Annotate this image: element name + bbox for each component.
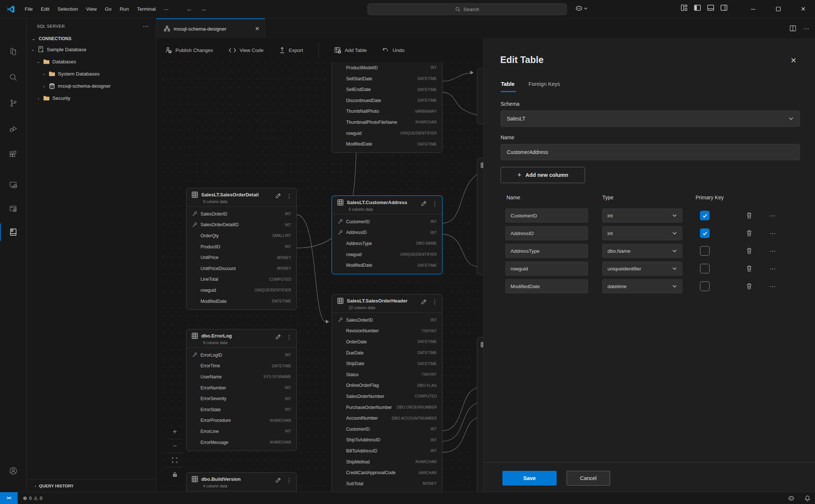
column-row[interactable]: DueDateDATETIME (332, 347, 442, 358)
column-type-dropdown[interactable]: dbo.Name (602, 244, 682, 258)
schema-designer-canvas[interactable]: WeightDECIMALProductCategoryIDINTProduct… (156, 38, 483, 492)
table-more-menu-icon[interactable]: ⋮ (286, 334, 292, 340)
edit-table-pencil-icon[interactable] (421, 200, 427, 206)
column-more-options-icon[interactable]: ⋯ (770, 230, 776, 237)
panel-close-icon[interactable]: ✕ (790, 56, 797, 65)
problems-status[interactable]: ⊗ 0 ⚠ 0 (23, 495, 42, 501)
remote-indicator[interactable]: >< (0, 492, 18, 504)
menu-file[interactable]: File (21, 4, 37, 14)
copilot-status-icon[interactable] (788, 495, 795, 502)
edit-table-pencil-icon[interactable] (275, 477, 281, 483)
column-row[interactable]: SalesOrderDetailIDINT (187, 220, 296, 231)
sidebar-item-databases[interactable]: ⌄Databases (27, 56, 156, 68)
primary-key-checkbox[interactable] (700, 211, 710, 220)
cancel-button[interactable]: Cancel (567, 471, 610, 486)
column-row[interactable]: SellStartDateDATETIME (332, 73, 442, 84)
column-row[interactable]: OnlineOrderFlagDBO.FLAG (332, 380, 442, 391)
column-row[interactable]: AddressTypeDBO.NAME (332, 238, 442, 249)
column-type-dropdown[interactable]: int (602, 226, 682, 240)
table-card-error_log[interactable]: dbo.ErrorLog9 column data⋮ErrorLogIDINTE… (186, 329, 297, 451)
column-name-input[interactable]: AddressID (505, 226, 588, 240)
toggle-secondary-sidebar-icon[interactable] (720, 4, 728, 12)
column-type-dropdown[interactable]: datetime (602, 279, 682, 293)
delete-column-icon[interactable] (746, 230, 752, 237)
column-row[interactable]: AddressIDINT (332, 227, 442, 238)
save-button[interactable]: Save (502, 471, 557, 486)
column-row[interactable]: ShipDateDATETIME (332, 358, 442, 369)
column-row[interactable]: StatusTINYINT (332, 369, 442, 380)
column-more-options-icon[interactable]: ⋯ (770, 265, 776, 272)
column-name-input[interactable]: ModifiedDate (505, 279, 588, 293)
table-card-sales_order_header[interactable]: SalesLT.SalesOrderHeader22 column data⋮S… (332, 294, 442, 492)
run-debug-icon[interactable] (0, 117, 27, 141)
column-row[interactable]: SalesOrderIDINT (332, 315, 442, 326)
add-new-column-button[interactable]: + Add new column (501, 167, 585, 183)
menu-terminal[interactable]: Terminal (133, 4, 160, 14)
edit-table-pencil-icon[interactable] (421, 299, 427, 305)
column-row[interactable]: CustomerIDINT (332, 216, 442, 227)
tab-table[interactable]: Table (501, 81, 515, 87)
column-row[interactable]: rowguidUNIQUEIDENTIFIER (187, 285, 296, 296)
column-row[interactable]: ErrorMessageNVARCHAR (187, 437, 296, 448)
delete-column-icon[interactable] (746, 283, 752, 290)
column-row[interactable]: SellEndDateDATETIME (332, 84, 442, 95)
menu-selection[interactable]: Selection (53, 4, 82, 14)
menu-overflow-icon[interactable]: ⋯ (160, 4, 173, 14)
column-row[interactable]: ProductIDINT (187, 241, 296, 252)
tab-mssql-schema-designer[interactable]: mssql-schema-designer ✕ (156, 18, 265, 38)
primary-key-checkbox[interactable] (700, 264, 710, 273)
source-control-icon[interactable] (0, 91, 27, 115)
add-table-button[interactable]: Add Table (334, 47, 367, 54)
column-row[interactable]: PurchaseOrderNumberDBO.ORDERNUMBER (332, 402, 442, 413)
column-row[interactable]: DiscontinuedDateDATETIME (332, 95, 442, 106)
zoom-out-button[interactable]: − (166, 439, 183, 453)
column-type-dropdown[interactable]: uniqueidentifier (602, 262, 682, 276)
schema-dropdown[interactable]: SalesLT (501, 111, 800, 127)
database-projects-icon[interactable] (0, 197, 27, 221)
export-button[interactable]: Export (279, 47, 303, 54)
view-code-button[interactable]: View Code (229, 47, 264, 53)
window-close-button[interactable]: ✕ (793, 0, 814, 18)
menu-edit[interactable]: Edit (37, 4, 53, 14)
primary-key-checkbox[interactable] (700, 228, 710, 238)
column-row[interactable]: SalesOrderNumberCOMPUTED (332, 391, 442, 402)
column-row[interactable]: ErrorTimeDATETIME (187, 361, 296, 372)
column-more-options-icon[interactable]: ⋯ (770, 248, 776, 255)
column-row[interactable]: ErrorSeverityINT (187, 393, 296, 404)
column-row[interactable]: SalesOrderIDINT (187, 209, 296, 220)
fit-view-button[interactable] (166, 453, 183, 467)
extensions-icon[interactable] (0, 143, 27, 167)
edit-table-pencil-icon[interactable] (275, 334, 281, 340)
column-row[interactable]: ErrorProcedureNVARCHAR (187, 415, 296, 426)
column-row[interactable]: ThumbnailPhotoFileNameNVARCHAR (332, 117, 442, 128)
delete-column-icon[interactable] (746, 248, 752, 254)
column-row[interactable]: CreditCardApprovalCodeVARCHAR (332, 467, 442, 478)
connections-section-header[interactable]: ⌄ CONNECTIONS (27, 34, 156, 43)
column-more-options-icon[interactable]: ⋯ (770, 283, 776, 290)
table-more-menu-icon[interactable]: ⋮ (286, 193, 292, 199)
column-row[interactable]: ShipMethodNVARCHAR (332, 456, 442, 468)
toggle-primary-sidebar-icon[interactable] (693, 4, 701, 12)
split-editor-icon[interactable] (789, 25, 797, 32)
column-row[interactable]: AccountNumberDBO.ACCOUNTNUMBER (332, 413, 442, 424)
editor-more-actions-icon[interactable]: ⋯ (803, 25, 810, 32)
column-row[interactable]: ErrorNumberINT (187, 382, 296, 393)
column-name-input[interactable]: CustomerID (505, 209, 588, 223)
account-icon[interactable] (0, 459, 27, 483)
query-history-section-header[interactable]: › QUERY HISTORY (27, 479, 156, 492)
table-card-build_version[interactable]: dbo.BuildVersion4 column data⋮ (186, 472, 297, 492)
column-row[interactable]: OrderQtySMALLINT (187, 230, 296, 241)
column-name-input[interactable]: rowguid (505, 262, 588, 276)
menu-go[interactable]: Go (101, 4, 116, 14)
partial-table-card[interactable] (477, 158, 483, 275)
column-row[interactable]: ModifiedDateDATETIME (332, 260, 442, 271)
sidebar-item-sample-database[interactable]: ⌄Sample Database (27, 43, 156, 56)
column-row[interactable]: UserNameSYS.SYSNAME (187, 371, 296, 382)
sql-server-view-icon[interactable] (0, 220, 27, 244)
column-row[interactable]: CustomerIDINT (332, 424, 442, 435)
tab-foreign-keys[interactable]: Foreign Keys (529, 81, 560, 87)
column-row[interactable]: rowguidUNIQUEIDENTIFIER (332, 128, 442, 139)
nav-back-icon[interactable]: ← (182, 5, 196, 13)
column-row[interactable]: ModifiedDateDATETIME (187, 296, 296, 307)
lock-button[interactable] (166, 467, 183, 481)
